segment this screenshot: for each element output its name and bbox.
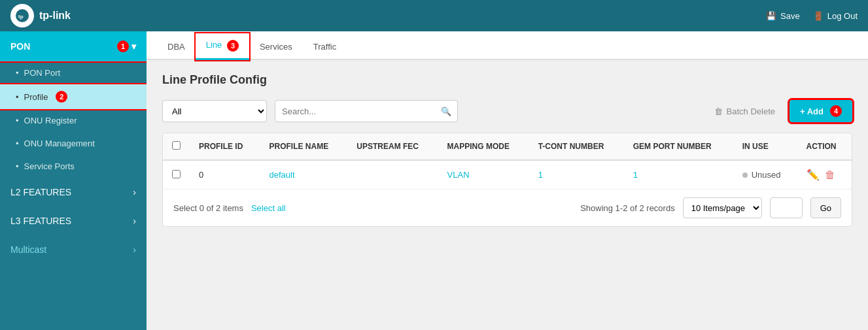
filter-bar: All 🔍 🗑 Batch Delete + Add 4 — [162, 100, 852, 122]
logo: tp tp-link — [10, 4, 71, 27]
page-input[interactable] — [770, 197, 803, 218]
items-per-page-select[interactable]: 10 Items/page 20 Items/page 50 Items/pag… — [683, 197, 762, 218]
cell-gem-port-number[interactable]: 1 — [624, 160, 733, 190]
table-row: 0 default VLAN 1 1 Unused — [163, 160, 852, 190]
select-all-link[interactable]: Select all — [251, 203, 286, 213]
search-icon: 🔍 — [441, 107, 451, 116]
logo-text: tp-link — [39, 10, 71, 22]
cell-mapping-mode[interactable]: VLAN — [438, 160, 529, 190]
sidebar: PON 1 ▾ • PON Port • Profile 2 • ONU Reg… — [0, 31, 147, 330]
sidebar-item-multicast[interactable]: Multicast › — [0, 235, 147, 264]
table-container: PROFILE ID PROFILE NAME UPSTREAM FEC MAP… — [162, 133, 852, 227]
status-badge: Unused — [742, 170, 781, 180]
sidebar-item-service-ports[interactable]: • Service Ports — [0, 155, 147, 178]
svg-text:tp: tp — [18, 14, 24, 20]
col-gem-port-number: GEM PORT NUMBER — [624, 133, 733, 160]
col-mapping-mode: MAPPING MODE — [438, 133, 529, 160]
bullet-icon: • — [16, 161, 19, 171]
header: tp tp-link 💾 Save 🚪 Log Out — [0, 0, 868, 31]
add-button[interactable]: + Add 4 — [790, 100, 852, 122]
tab-traffic[interactable]: Traffic — [303, 35, 347, 60]
header-actions: 💾 Save 🚪 Log Out — [766, 11, 858, 21]
chevron-right-icon: › — [133, 244, 136, 255]
status-dot — [742, 173, 748, 178]
tab-line[interactable]: Line 3 — [196, 33, 249, 60]
col-upstream-fec: UPSTREAM FEC — [347, 133, 438, 160]
edit-icon[interactable]: ✏️ — [807, 169, 820, 181]
sidebar-item-pon-port[interactable]: • PON Port — [0, 61, 147, 84]
chevron-right-icon: › — [133, 216, 136, 226]
search-wrapper: 🔍 — [275, 100, 458, 122]
cell-profile-id: 0 — [190, 160, 260, 190]
go-button[interactable]: Go — [810, 197, 841, 218]
bullet-icon: • — [16, 68, 19, 78]
col-profile-name: PROFILE NAME — [260, 133, 348, 160]
row-checkbox[interactable] — [172, 170, 181, 178]
tab-services[interactable]: Services — [249, 35, 303, 60]
action-icons: ✏️ 🗑 — [807, 169, 843, 181]
search-input[interactable] — [275, 100, 458, 122]
bullet-icon: • — [16, 116, 19, 125]
sidebar-item-pon[interactable]: PON 1 ▾ — [0, 31, 147, 61]
sidebar-item-l2-features[interactable]: L2 FEATURES › — [0, 178, 147, 206]
cell-profile-name[interactable]: default — [260, 160, 348, 190]
cell-t-cont-number[interactable]: 1 — [529, 160, 624, 190]
col-profile-id: PROFILE ID — [190, 133, 260, 160]
sidebar-item-onu-management[interactable]: • ONU Management — [0, 132, 147, 155]
bullet-icon: • — [16, 92, 19, 102]
chevron-down-icon: ▾ — [131, 41, 136, 52]
cell-upstream-fec — [347, 160, 438, 190]
sidebar-item-onu-register[interactable]: • ONU Register — [0, 109, 147, 132]
delete-icon[interactable]: 🗑 — [825, 169, 835, 181]
tab-dba[interactable]: DBA — [157, 35, 196, 60]
layout: PON 1 ▾ • PON Port • Profile 2 • ONU Reg… — [0, 31, 868, 330]
col-action: ACTION — [797, 133, 852, 160]
page-title: Line Profile Config — [162, 73, 852, 87]
batch-delete-button[interactable]: 🗑 Batch Delete — [708, 103, 782, 120]
sidebar-item-l3-features[interactable]: L3 FEATURES › — [0, 206, 147, 235]
table-footer: Select 0 of 2 items Select all Showing 1… — [163, 190, 852, 226]
filter-select[interactable]: All — [162, 100, 267, 122]
col-in-use: IN USE — [733, 133, 797, 160]
main-content: DBA Line 3 Services Traffic Line Profile… — [147, 31, 868, 330]
bullet-icon: • — [16, 139, 19, 148]
logo-icon: tp — [10, 4, 34, 27]
logout-icon: 🚪 — [813, 11, 824, 21]
col-t-cont-number: T-CONT NUMBER — [529, 133, 624, 160]
sidebar-item-profile[interactable]: • Profile 2 — [0, 84, 147, 109]
select-all-checkbox[interactable] — [172, 141, 181, 150]
data-table: PROFILE ID PROFILE NAME UPSTREAM FEC MAP… — [163, 133, 852, 190]
content-area: Line Profile Config All 🔍 🗑 Batch Delete… — [147, 60, 868, 240]
trash-icon: 🗑 — [714, 107, 723, 116]
cell-action: ✏️ 🗑 — [797, 160, 852, 190]
chevron-right-icon: › — [133, 187, 136, 197]
cell-in-use: Unused — [733, 160, 797, 190]
tabs-bar: DBA Line 3 Services Traffic — [147, 31, 868, 60]
logout-button[interactable]: 🚪 Log Out — [813, 11, 858, 21]
showing-text: Showing 1-2 of 2 records — [580, 203, 675, 213]
save-icon: 💾 — [766, 11, 776, 21]
select-count: Select 0 of 2 items — [173, 203, 243, 213]
save-button[interactable]: 💾 Save — [766, 11, 800, 21]
